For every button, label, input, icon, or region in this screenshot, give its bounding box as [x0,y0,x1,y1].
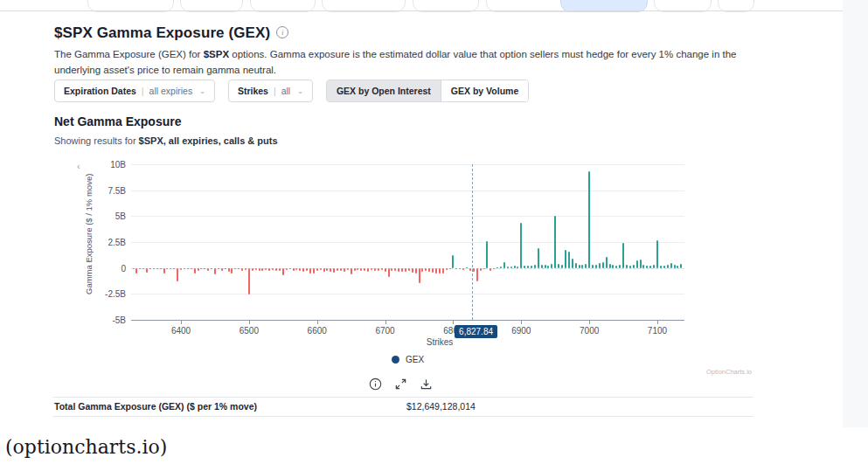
gex-bar[interactable] [415,268,417,274]
gex-bar[interactable] [394,268,396,271]
gex-bar[interactable] [320,268,322,270]
download-icon[interactable] [419,377,433,391]
gex-bar[interactable] [575,263,577,268]
gex-bar[interactable] [268,268,270,271]
gex-bar[interactable] [585,264,587,268]
gex-bar[interactable] [534,265,536,268]
gex-bar[interactable] [272,268,274,270]
gex-bar[interactable] [293,268,295,271]
gex-bar[interactable] [360,268,362,272]
gex-bar[interactable] [149,268,151,269]
gex-bar[interactable] [667,265,669,268]
gex-bar[interactable] [207,268,209,272]
gex-bar[interactable] [636,260,638,267]
gex-bar[interactable] [602,262,604,268]
gex-bar[interactable] [510,267,512,268]
gex-bar[interactable] [462,268,464,270]
gex-bar[interactable] [592,265,594,268]
gex-bar[interactable] [568,252,570,267]
gex-bar[interactable] [432,268,434,273]
gex-bar[interactable] [214,268,216,275]
gex-bar[interactable] [265,268,267,270]
gex-bar[interactable] [531,266,532,268]
gex-bar[interactable] [660,266,662,268]
gex-bar[interactable] [367,268,369,272]
gex-bar[interactable] [486,241,488,267]
gex-bar[interactable] [599,263,601,267]
gex-bar[interactable] [191,268,192,269]
gex-bar[interactable] [347,268,349,270]
info-icon[interactable]: i [276,26,288,38]
gex-bar[interactable] [572,259,573,268]
gex-bar[interactable] [527,266,529,267]
gex-bar[interactable] [225,268,226,269]
gex-bar[interactable] [538,248,539,268]
expiration-dates-dropdown[interactable]: Expiration Dates | all expiries ⌄ [54,80,215,102]
gex-bar[interactable] [245,268,247,270]
gex-bar[interactable] [316,268,318,272]
gex-bar[interactable] [204,268,205,269]
gex-bar[interactable] [279,268,281,271]
gex-bar[interactable] [330,268,331,273]
info-icon[interactable] [368,377,382,391]
gex-bar[interactable] [622,243,624,268]
gex-bar[interactable] [663,266,665,267]
strikes-dropdown[interactable]: Strikes | all ⌄ [228,80,313,102]
gex-bar[interactable] [674,265,676,268]
gex-bar[interactable] [469,268,471,272]
gex-bar[interactable] [374,268,376,271]
gex-bar[interactable] [545,265,546,268]
gex-bar[interactable] [388,268,390,277]
gex-bar[interactable] [649,266,651,267]
gex-bar[interactable] [259,268,260,271]
gex-bar[interactable] [163,268,165,274]
gex-bar[interactable] [656,240,658,268]
gex-bar[interactable] [619,265,621,268]
gex-bar[interactable] [561,265,563,268]
gex-bar[interactable] [551,264,552,268]
gex-bar[interactable] [309,268,311,274]
gex-bar[interactable] [419,268,420,283]
gex-bar[interactable] [670,263,672,268]
gex-bar[interactable] [476,268,478,281]
gex-bar[interactable] [503,262,505,268]
gex-bar[interactable] [286,268,288,270]
gex-bar[interactable] [588,171,590,267]
gex-bar[interactable] [302,268,304,272]
gex-bar[interactable] [558,264,559,268]
chart-legend[interactable]: GEX [131,355,684,364]
gex-bar[interactable] [146,268,148,273]
gex-bar[interactable] [452,255,454,268]
gex-bar[interactable] [142,268,144,269]
gex-bar[interactable] [198,268,199,272]
gex-bar[interactable] [473,268,475,272]
gex-bar[interactable] [344,268,345,272]
gex-bar[interactable] [565,250,566,268]
gex-bar[interactable] [606,257,608,268]
fullscreen-icon[interactable] [393,377,407,391]
gex-bar[interactable] [180,268,182,270]
gex-bar[interactable] [541,265,543,268]
gex-bar[interactable] [493,268,495,269]
gex-bar[interactable] [405,268,406,272]
gex-bar[interactable] [275,268,277,272]
scroll-left-icon[interactable]: ‹ [77,161,80,171]
gex-bar[interactable] [160,268,162,269]
gex-bar[interactable] [241,268,243,272]
gex-bar[interactable] [626,265,628,268]
gex-bar[interactable] [446,268,448,270]
gex-bar[interactable] [156,268,158,269]
gex-bar[interactable] [595,265,597,268]
gex-bar[interactable] [177,268,178,281]
gex-bar[interactable] [640,260,642,268]
gex-bar[interactable] [425,268,427,272]
gex-bar[interactable] [680,264,682,268]
gex-bar[interactable] [398,268,399,272]
gex-bar[interactable] [340,268,342,272]
gex-bar[interactable] [442,268,444,274]
gex-bar[interactable] [306,268,308,272]
gex-bar[interactable] [408,268,410,272]
gex-bar[interactable] [211,268,212,269]
gex-bar[interactable] [170,268,171,269]
gex-bar[interactable] [184,268,185,269]
